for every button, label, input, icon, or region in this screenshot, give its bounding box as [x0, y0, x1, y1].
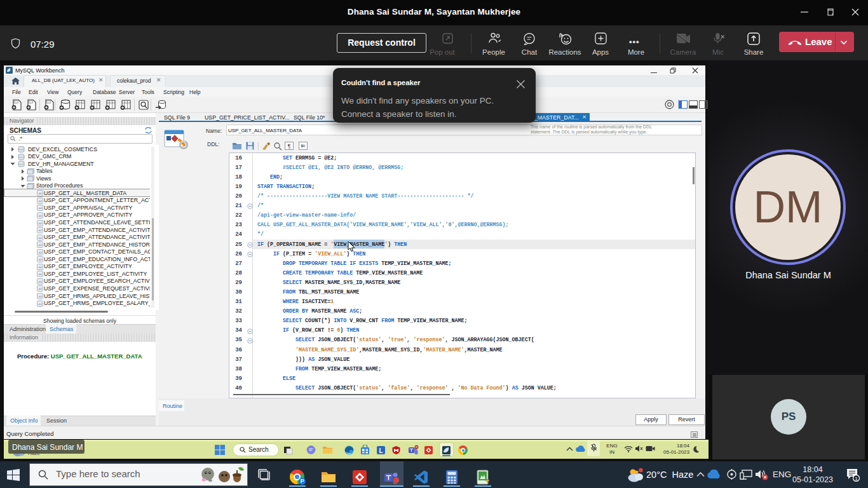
svg-text:1: 1 [855, 476, 858, 482]
svg-text:L: L [379, 447, 383, 454]
